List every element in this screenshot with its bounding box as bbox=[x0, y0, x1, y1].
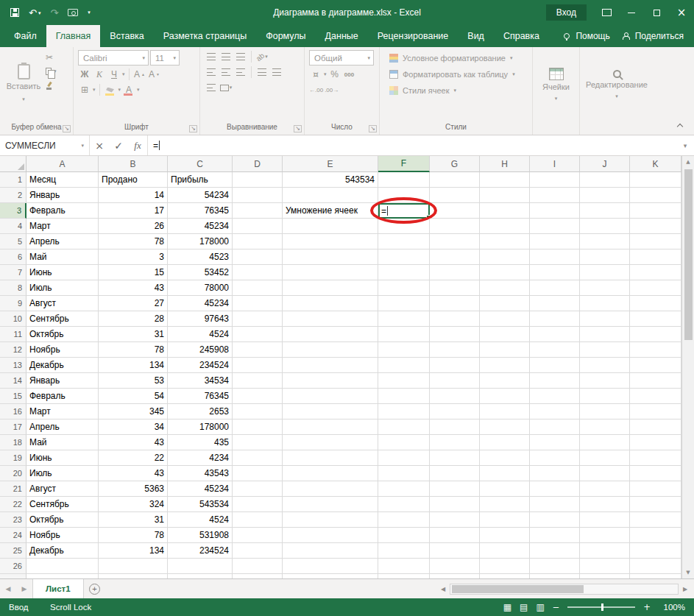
cell-D27[interactable] bbox=[233, 574, 283, 578]
column-header-E[interactable]: E bbox=[283, 156, 378, 172]
vertical-scroll-thumb[interactable] bbox=[684, 169, 693, 340]
cell-K14[interactable] bbox=[630, 373, 681, 389]
cell-B18[interactable]: 43 bbox=[99, 435, 168, 450]
cell-B27[interactable] bbox=[99, 574, 168, 578]
cell-H13[interactable] bbox=[480, 358, 530, 373]
format-as-table-dropdown-icon[interactable] bbox=[512, 70, 515, 79]
row-header-20[interactable]: 20 bbox=[0, 466, 26, 481]
cell-B16[interactable]: 345 bbox=[99, 404, 168, 419]
cell-H8[interactable] bbox=[480, 280, 530, 296]
cell-B21[interactable]: 5363 bbox=[99, 481, 168, 497]
cell-H1[interactable] bbox=[480, 172, 530, 188]
cell-J26[interactable] bbox=[580, 559, 630, 574]
cell-H11[interactable] bbox=[480, 327, 530, 342]
shrink-font-button[interactable]: А bbox=[148, 68, 161, 81]
cell-D4[interactable] bbox=[233, 219, 283, 234]
increase-indent-button[interactable] bbox=[270, 66, 283, 79]
cell-A10[interactable]: Сентябрь bbox=[26, 311, 99, 327]
cell-A22[interactable]: Сентябрь bbox=[26, 497, 99, 512]
camera-icon[interactable] bbox=[68, 9, 78, 16]
cell-F16[interactable] bbox=[378, 404, 430, 419]
cell-F18[interactable] bbox=[378, 435, 430, 450]
cell-A18[interactable]: Май bbox=[26, 435, 99, 450]
cell-F3[interactable]: = bbox=[378, 203, 430, 219]
cell-K9[interactable] bbox=[630, 296, 681, 311]
cell-C26[interactable] bbox=[168, 559, 233, 574]
cell-B22[interactable]: 324 bbox=[99, 497, 168, 512]
cell-E11[interactable] bbox=[283, 327, 378, 342]
cell-K23[interactable] bbox=[630, 512, 681, 528]
cell-D14[interactable] bbox=[233, 373, 283, 389]
cell-G7[interactable] bbox=[430, 265, 480, 280]
cell-C3[interactable]: 76345 bbox=[168, 203, 233, 219]
orientation-button[interactable]: ab bbox=[255, 50, 269, 63]
cell-C6[interactable]: 4523 bbox=[168, 249, 233, 265]
sheet-tab-list1[interactable]: Лист1 bbox=[32, 579, 84, 598]
cell-H2[interactable] bbox=[480, 188, 530, 203]
cell-F9[interactable] bbox=[378, 296, 430, 311]
cell-D24[interactable] bbox=[233, 528, 283, 543]
cell-A16[interactable]: Март bbox=[26, 404, 99, 419]
cell-I26[interactable] bbox=[530, 559, 580, 574]
row-header-24[interactable]: 24 bbox=[0, 528, 26, 543]
cell-I21[interactable] bbox=[530, 481, 580, 497]
tab-home[interactable]: Главная bbox=[46, 25, 101, 47]
cell-H15[interactable] bbox=[480, 389, 530, 404]
cell-C19[interactable]: 4234 bbox=[168, 450, 233, 466]
cell-H22[interactable] bbox=[480, 497, 530, 512]
cell-G11[interactable] bbox=[430, 327, 480, 342]
cell-E2[interactable] bbox=[283, 188, 378, 203]
cell-A3[interactable]: Февраль bbox=[26, 203, 99, 219]
cell-D20[interactable] bbox=[233, 466, 283, 481]
cell-D18[interactable] bbox=[233, 435, 283, 450]
cell-D6[interactable] bbox=[233, 249, 283, 265]
cell-A1[interactable]: Месяц bbox=[26, 172, 99, 188]
cell-C10[interactable]: 97643 bbox=[168, 311, 233, 327]
column-header-A[interactable]: A bbox=[26, 156, 99, 172]
paste-button[interactable]: Вставить bbox=[4, 49, 43, 121]
percent-format-button[interactable]: % bbox=[328, 68, 341, 81]
tab-formulas[interactable]: Формулы bbox=[256, 25, 315, 47]
undo-dropdown-icon[interactable] bbox=[38, 8, 41, 18]
cell-I17[interactable] bbox=[530, 419, 580, 435]
cell-C9[interactable]: 45234 bbox=[168, 296, 233, 311]
cell-styles-dropdown-icon[interactable] bbox=[453, 86, 456, 95]
cell-D10[interactable] bbox=[233, 311, 283, 327]
cell-I10[interactable] bbox=[530, 311, 580, 327]
cell-G16[interactable] bbox=[430, 404, 480, 419]
cell-B12[interactable]: 78 bbox=[99, 342, 168, 358]
cell-D12[interactable] bbox=[233, 342, 283, 358]
cell-E17[interactable] bbox=[283, 419, 378, 435]
cell-I25[interactable] bbox=[530, 543, 580, 559]
cell-E21[interactable] bbox=[283, 481, 378, 497]
font-dialog-launcher[interactable]: ↘ bbox=[189, 125, 197, 132]
cell-K17[interactable] bbox=[630, 419, 681, 435]
cell-F14[interactable] bbox=[378, 373, 430, 389]
add-sheet-button[interactable]: + bbox=[84, 579, 106, 598]
cell-B25[interactable]: 134 bbox=[99, 543, 168, 559]
cell-D1[interactable] bbox=[233, 172, 283, 188]
horizontal-scroll-thumb[interactable] bbox=[452, 585, 584, 593]
row-header-9[interactable]: 9 bbox=[0, 296, 26, 311]
save-icon[interactable] bbox=[10, 8, 19, 17]
cell-K25[interactable] bbox=[630, 543, 681, 559]
qat-customize-icon[interactable] bbox=[88, 6, 91, 19]
cell-K16[interactable] bbox=[630, 404, 681, 419]
cell-B23[interactable]: 31 bbox=[99, 512, 168, 528]
cell-H25[interactable] bbox=[480, 543, 530, 559]
cell-H16[interactable] bbox=[480, 404, 530, 419]
cell-B3[interactable]: 17 bbox=[99, 203, 168, 219]
currency-dropdown-icon[interactable] bbox=[324, 68, 327, 81]
tab-data[interactable]: Данные bbox=[316, 25, 368, 47]
align-bottom-button[interactable] bbox=[234, 50, 247, 63]
currency-format-button[interactable]: ¤ bbox=[309, 68, 322, 81]
row-header-6[interactable]: 6 bbox=[0, 249, 26, 265]
tab-view[interactable]: Вид bbox=[458, 25, 494, 47]
cells-button[interactable]: Ячейки bbox=[537, 49, 575, 121]
increase-decimal-button[interactable]: ←.00 bbox=[309, 83, 323, 96]
cell-I8[interactable] bbox=[530, 280, 580, 296]
number-format-combo[interactable]: Общий bbox=[309, 50, 374, 66]
cell-B6[interactable]: 3 bbox=[99, 249, 168, 265]
cut-button[interactable]: ✂ bbox=[46, 52, 57, 63]
cell-F26[interactable] bbox=[378, 559, 430, 574]
